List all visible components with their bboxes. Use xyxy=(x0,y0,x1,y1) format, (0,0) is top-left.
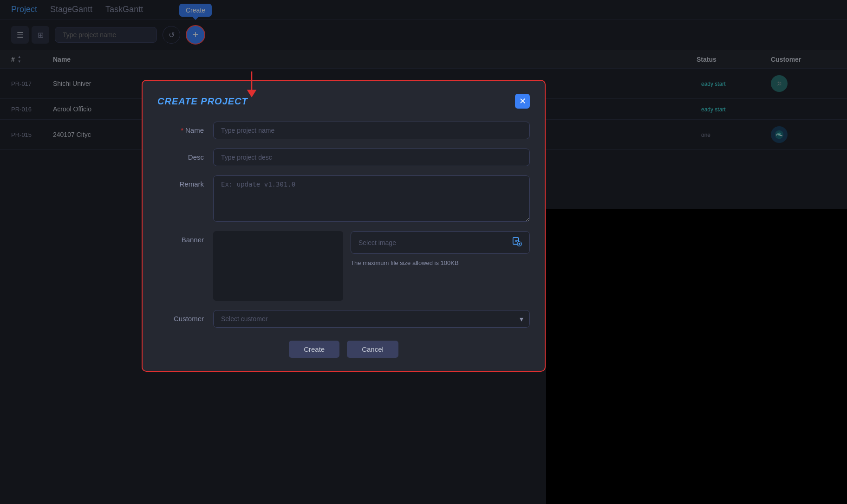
banner-content: Select image The maximum file size allow… xyxy=(213,231,530,301)
cancel-btn[interactable]: Cancel xyxy=(347,341,398,358)
name-form-row: *Name xyxy=(157,122,530,139)
remark-textarea[interactable] xyxy=(213,175,530,222)
customer-form-row: Customer Select customer ▾ xyxy=(157,310,530,328)
create-btn[interactable]: Create xyxy=(289,341,339,358)
close-dialog-btn[interactable]: ✕ xyxy=(515,94,530,109)
file-upload-icon xyxy=(512,236,522,249)
dialog-actions: Create Cancel xyxy=(157,341,530,358)
banner-upload-area: Select image The maximum file size allow… xyxy=(351,231,530,268)
name-label: *Name xyxy=(157,122,213,134)
select-image-btn[interactable]: Select image xyxy=(351,231,530,254)
create-project-dialog: CREATE PROJECT ✕ *Name Desc Remark Banne… xyxy=(142,80,546,372)
select-image-label: Select image xyxy=(358,239,396,246)
file-size-note: The maximum file size allowed is 100KB xyxy=(351,258,530,268)
name-input[interactable] xyxy=(213,122,530,139)
banner-label: Banner xyxy=(157,231,213,244)
dialog-title: CREATE PROJECT xyxy=(157,96,248,107)
remark-label: Remark xyxy=(157,175,213,188)
svg-marker-1 xyxy=(247,90,257,97)
banner-form-row: Banner Select image The maximum file xyxy=(157,231,530,301)
desc-input[interactable] xyxy=(213,149,530,166)
customer-select[interactable]: Select customer xyxy=(213,310,530,328)
desc-label: Desc xyxy=(157,149,213,161)
banner-preview xyxy=(213,231,343,301)
dialog-header: CREATE PROJECT ✕ xyxy=(157,94,530,109)
required-star: * xyxy=(181,126,183,134)
customer-select-wrapper: Select customer ▾ xyxy=(213,310,530,328)
desc-form-row: Desc xyxy=(157,149,530,166)
customer-label: Customer xyxy=(157,310,213,323)
remark-form-row: Remark xyxy=(157,175,530,222)
